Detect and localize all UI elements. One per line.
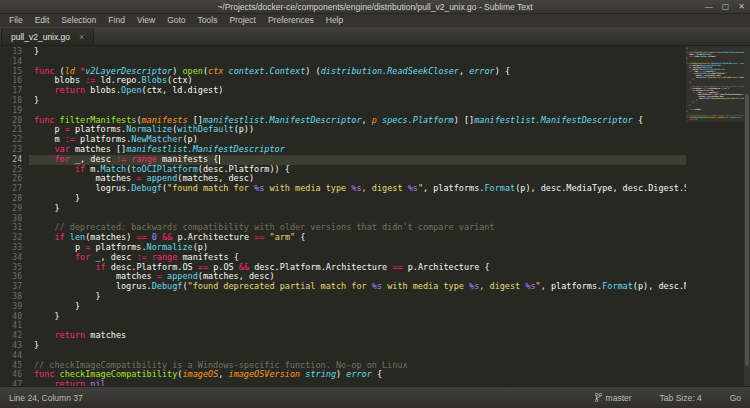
code-line-27[interactable]: logrus.Debugf("found match for %s with m… (34, 184, 686, 194)
line-number: 21 (0, 125, 29, 135)
git-branch-label: master (606, 393, 632, 403)
line-number: 23 (0, 145, 29, 155)
menu-item-tools[interactable]: Tools (192, 14, 224, 27)
line-number: 28 (0, 194, 29, 204)
git-branch-icon (595, 393, 602, 402)
minimap[interactable]: }func (ld *v2LayerDescriptor) open(ctx c… (686, 46, 744, 386)
line-number: 27 (0, 184, 29, 194)
syntax-indicator[interactable]: Go (730, 393, 741, 403)
line-number: 13 (0, 47, 29, 57)
code-line-38[interactable]: } (34, 292, 686, 302)
code-line-43[interactable]: } (34, 341, 686, 351)
line-number: 14 (0, 57, 29, 67)
line-number: 35 (0, 263, 29, 273)
minimap-viewport[interactable] (686, 46, 744, 122)
menu-item-goto[interactable]: Goto (161, 14, 191, 27)
menu-item-selection[interactable]: Selection (55, 14, 102, 27)
menu-item-find[interactable]: Find (102, 14, 131, 27)
line-number: 44 (0, 351, 29, 361)
menu-item-file[interactable]: File (3, 14, 29, 27)
line-number: 24 (0, 155, 29, 165)
line-number: 41 (0, 321, 29, 331)
menu-item-help[interactable]: Help (320, 14, 349, 27)
line-number: 15 (0, 67, 29, 77)
menu-item-preferences[interactable]: Preferences (262, 14, 320, 27)
status-right: master Tab Size: 4 Go (595, 393, 741, 403)
tab-close-icon[interactable]: × (79, 32, 84, 42)
line-number: 45 (0, 361, 29, 371)
tab-size-indicator[interactable]: Tab Size: 4 (660, 393, 702, 403)
line-number: 29 (0, 204, 29, 214)
line-number: 32 (0, 233, 29, 243)
sublime-window: ~/Projects/docker-ce/components/engine/d… (0, 0, 750, 408)
code-line-17[interactable]: return blobs.Open(ctx, ld.digest) (34, 86, 686, 96)
editor: 1314151617181920212223242526272829303132… (0, 46, 750, 386)
vertical-scrollbar[interactable] (744, 46, 750, 386)
window-controls: — ▢ ✕ (705, 0, 745, 14)
line-number: 47 (0, 380, 29, 386)
cursor-position-indicator: Line 24, Column 37 (9, 393, 83, 403)
line-number: 33 (0, 243, 29, 253)
menu-bar: FileEditSelectionFindViewGotoToolsProjec… (0, 14, 750, 27)
line-number: 18 (0, 96, 29, 106)
line-number: 36 (0, 272, 29, 282)
line-number: 20 (0, 116, 29, 126)
line-number: 43 (0, 341, 29, 351)
tab-label: pull_v2_unix.go (11, 32, 70, 42)
code-line-18[interactable]: } (34, 96, 686, 106)
menu-item-edit[interactable]: Edit (29, 14, 56, 27)
line-number: 26 (0, 174, 29, 184)
line-number: 42 (0, 331, 29, 341)
text-cursor (219, 155, 220, 164)
tab-bar: pull_v2_unix.go × (0, 27, 750, 46)
code-line-39[interactable]: } (34, 302, 686, 312)
maximize-icon[interactable]: ▢ (722, 0, 730, 14)
line-number: 46 (0, 370, 29, 380)
code-area[interactable]: }func (ld *v2LayerDescriptor) open(ctx c… (29, 46, 686, 386)
line-number: 40 (0, 312, 29, 322)
code-line-29[interactable]: } (34, 204, 686, 214)
line-number: 30 (0, 214, 29, 224)
minimize-icon[interactable]: — (705, 0, 713, 14)
code-line-46[interactable]: func checkImageCompatibility(imageOS, im… (34, 370, 686, 380)
line-number-gutter: 1314151617181920212223242526272829303132… (0, 46, 29, 386)
line-number: 34 (0, 253, 29, 263)
line-number: 25 (0, 165, 29, 175)
code-line-41[interactable] (34, 321, 686, 331)
tab-pull-v2-unix-go[interactable]: pull_v2_unix.go × (1, 28, 94, 45)
code-line-42[interactable]: return matches (34, 331, 686, 341)
line-number: 22 (0, 135, 29, 145)
code-line-13[interactable]: } (34, 47, 686, 57)
line-number: 19 (0, 106, 29, 116)
menu-item-project[interactable]: Project (223, 14, 261, 27)
code-line-37[interactable]: logrus.Debugf("found deprecated partial … (34, 282, 686, 292)
line-number: 31 (0, 223, 29, 233)
window-title: ~/Projects/docker-ce/components/engine/d… (0, 2, 750, 12)
line-number: 39 (0, 302, 29, 312)
line-number: 17 (0, 86, 29, 96)
scrollbar-thumb[interactable] (745, 94, 749, 366)
code-line-40[interactable]: } (34, 312, 686, 322)
close-icon[interactable]: ✕ (738, 0, 745, 14)
status-bar: Line 24, Column 37 master Tab Size: 4 Go (0, 386, 750, 408)
code-line-28[interactable]: } (34, 194, 686, 204)
code-line-47[interactable]: return nil (34, 380, 686, 386)
git-branch-indicator[interactable]: master (595, 393, 632, 403)
line-number: 16 (0, 76, 29, 86)
line-number: 38 (0, 292, 29, 302)
title-bar[interactable]: ~/Projects/docker-ce/components/engine/d… (0, 0, 750, 14)
line-number: 37 (0, 282, 29, 292)
menu-item-view[interactable]: View (131, 14, 161, 27)
